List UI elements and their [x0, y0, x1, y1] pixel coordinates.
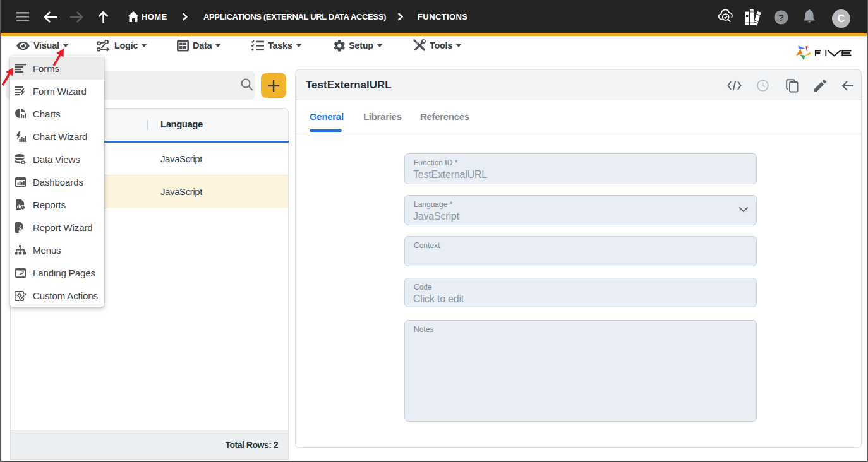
svg-text:?: ? [778, 12, 784, 23]
